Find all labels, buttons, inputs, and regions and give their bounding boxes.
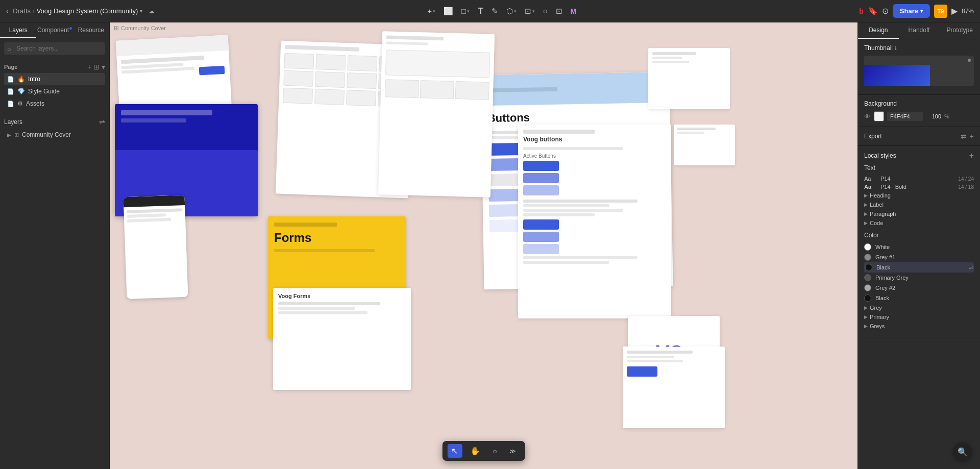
shape-tool-button[interactable]: □ ▾ (458, 5, 473, 17)
black1-color-dot (865, 264, 872, 271)
background-color-swatch[interactable] (874, 111, 884, 121)
paragraph-group[interactable]: ▶ Paragraph (864, 209, 974, 218)
tab-design[interactable]: Design (858, 22, 899, 39)
page-emoji-style-guide: 💎 (17, 88, 25, 95)
background-opacity[interactable]: 100 (926, 113, 941, 119)
hand-tool-button[interactable]: ✋ (466, 444, 484, 458)
breadcrumb-root[interactable]: Drafts (13, 7, 31, 15)
grey-group[interactable]: ▶ Grey (864, 303, 974, 312)
page-collapse-icon[interactable]: ▾ (102, 63, 105, 71)
page-list-icon[interactable]: ⊞ (93, 63, 100, 71)
background-row: 👁 100 % (864, 111, 974, 121)
primary-expand-arrow: ▶ (864, 314, 868, 319)
heading-expand-arrow: ▶ (864, 193, 868, 198)
color-item-primary-grey[interactable]: Primary Grey (864, 273, 974, 283)
right-panel: Design Handoff Prototype Thumbnail ℹ Bac… (857, 22, 980, 469)
board-forms-rotated (378, 31, 495, 198)
canvas[interactable]: ⊞ Community Cover (110, 22, 857, 469)
primary-group[interactable]: ▶ Primary (864, 312, 974, 322)
tab-resource[interactable]: Resource (73, 22, 109, 38)
bookmark-icon[interactable]: 🔖 (868, 6, 878, 16)
white-color-dot (864, 243, 871, 251)
component-tool-button[interactable]: ⬡ ▾ (503, 5, 520, 18)
page-emoji-assets: ⚙ (17, 100, 23, 107)
thumbnail-info-icon[interactable]: ℹ (895, 45, 897, 51)
page-item-assets[interactable]: 📄 ⚙ Assets (4, 97, 105, 110)
label-group[interactable]: ▶ Label (864, 200, 974, 209)
layers-section: Layers ⇌ ▶ ⊞ Community Cover (0, 114, 109, 469)
search-icon[interactable]: ⊙ (882, 6, 889, 16)
board-module (623, 347, 725, 428)
color-item-black2[interactable]: Black (864, 293, 974, 303)
greys-group[interactable]: ▶ Greys (864, 322, 974, 331)
primary-group-label: Primary (870, 314, 889, 320)
tab-layers[interactable]: Layers (0, 22, 36, 38)
background-percent: % (944, 113, 949, 119)
code-group[interactable]: ▶ Code (864, 218, 974, 228)
export-add-icon[interactable]: + (970, 132, 974, 140)
layers-sort-icon[interactable]: ⇌ (99, 118, 105, 126)
design-boards: Forms Voog Forms Buttons (110, 22, 857, 469)
search-fab[interactable]: 🔍 (953, 442, 972, 461)
heading-group[interactable]: ▶ Heading (864, 191, 974, 200)
frame-tool-button[interactable]: ⬜ (440, 5, 456, 18)
grey-group-label: Grey (870, 305, 882, 311)
page-item-intro[interactable]: 📄 🔥 Intro (4, 73, 105, 85)
back-button[interactable]: ‹ (6, 7, 9, 16)
export-format-icon[interactable]: ⇄ (961, 132, 967, 140)
pen-tool-button[interactable]: ✎ (488, 5, 501, 18)
crop-tool-button[interactable]: ⊡ (553, 5, 566, 18)
tab-prototype[interactable]: Prototype (939, 22, 980, 39)
flow-tool-button[interactable]: ≫ (505, 446, 520, 457)
breadcrumb-current[interactable]: Voog Design System (Community) (37, 7, 138, 15)
black1-color-name: Black (876, 264, 965, 270)
background-hex-input[interactable] (887, 112, 923, 121)
layers-section-label: Layers (4, 118, 22, 126)
share-button[interactable]: Share ▾ (893, 4, 930, 18)
local-styles-section: Local styles + Text Aa P14 14 / 24 Aa P1… (858, 146, 980, 337)
board-small-1 (648, 48, 730, 109)
layer-item-community-cover[interactable]: ▶ ⊞ Community Cover (4, 129, 105, 140)
zoom-level[interactable]: 87% (962, 8, 974, 15)
layer-expand-icon[interactable]: ▶ (7, 132, 11, 138)
text-tool-button[interactable]: T (475, 4, 486, 18)
thumbnail-section: Thumbnail ℹ (858, 39, 980, 95)
comment-tool-button[interactable]: ○ (488, 445, 501, 457)
grey2-color-name: Grey #2 (875, 285, 974, 291)
visibility-toggle[interactable]: 👁 (864, 113, 871, 120)
color-item-grey2[interactable]: Grey #2 (864, 283, 974, 293)
user-avatar[interactable]: T9 (934, 5, 947, 18)
breadcrumb-dropdown-icon[interactable]: ▾ (140, 8, 142, 14)
local-styles-label: Local styles (864, 152, 896, 159)
toolbar-icons: + ▾ ⬜ □ ▾ T ✎ ⬡ ▾ ⊡ ▾ ○ ⊡ M (424, 4, 579, 18)
local-styles-add-icon[interactable]: + (969, 151, 974, 160)
cursor-tool-button[interactable]: ↖ (447, 444, 462, 458)
ellipse-tool-button[interactable]: ○ (540, 5, 551, 17)
color-item-white[interactable]: White (864, 242, 974, 252)
label-expand-arrow: ▶ (864, 202, 868, 207)
black1-edit-icon[interactable]: ⇌ (969, 264, 974, 271)
play-button[interactable]: ▶ (951, 6, 958, 16)
add-page-icon[interactable]: + (87, 63, 91, 71)
tab-handoff[interactable]: Handoff (899, 22, 940, 39)
plugin-tool-button[interactable]: M (568, 5, 580, 17)
right-panel-tabs: Design Handoff Prototype (858, 22, 980, 39)
background-section: Background 👁 100 % (858, 95, 980, 127)
page-label-intro: Intro (28, 76, 40, 83)
text-style-category: Text Aa P14 14 / 24 Aa P14 · Bold 14 / 1… (864, 164, 974, 228)
page-item-style-guide[interactable]: 📄 💎 Style Guide (4, 85, 105, 97)
color-item-black1[interactable]: Black ⇌ (864, 262, 974, 273)
main-layout: Layers Component Resource Page + ⊞ ▾ 📄 (0, 22, 980, 469)
style-item-p14-bold[interactable]: Aa P14 · Bold 14 / 18 (864, 183, 974, 191)
primary-grey-color-name: Primary Grey (875, 275, 974, 281)
search-input[interactable] (4, 42, 105, 55)
add-tool-button[interactable]: + ▾ (424, 5, 438, 17)
color-style-category: Color White Grey #1 Black ⇌ Primary Grey (864, 232, 974, 331)
color-item-grey1[interactable]: Grey #1 (864, 252, 974, 262)
mask-tool-button[interactable]: ⊡ ▾ (522, 5, 538, 18)
search-box (0, 38, 109, 59)
boomerang-icon[interactable]: b (859, 7, 864, 15)
cloud-icon[interactable]: ☁ (149, 8, 155, 15)
tab-component[interactable]: Component (36, 22, 72, 38)
style-item-p14[interactable]: Aa P14 14 / 24 (864, 175, 974, 183)
